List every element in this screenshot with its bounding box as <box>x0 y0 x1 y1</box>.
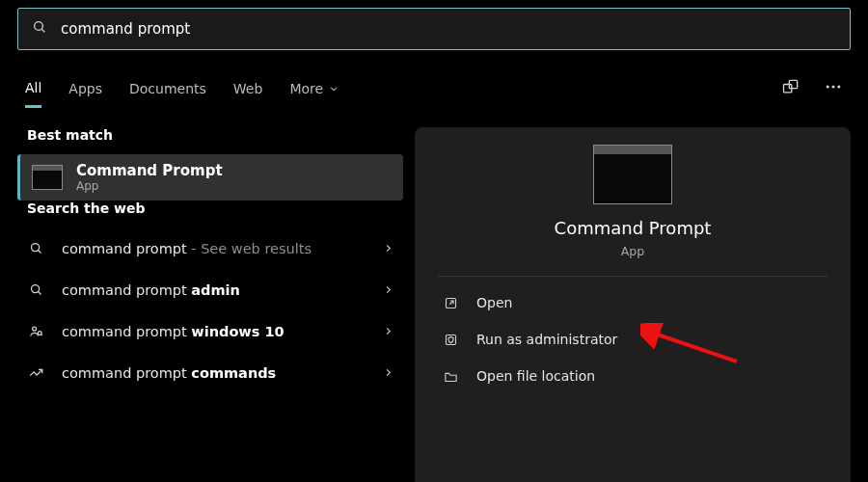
tab-more-label: More <box>289 81 323 96</box>
command-prompt-icon <box>593 145 672 204</box>
action-label: Open <box>476 295 512 310</box>
svg-line-13 <box>41 335 41 335</box>
action-open-file-location[interactable]: Open file location <box>438 358 827 394</box>
svg-point-11 <box>32 327 36 331</box>
search-web-heading: Search the web <box>27 201 403 216</box>
svg-line-10 <box>38 292 41 295</box>
web-suggestion[interactable]: command prompt admin <box>17 269 403 310</box>
share-icon[interactable] <box>781 77 800 110</box>
folder-icon <box>442 369 459 384</box>
web-suggestion[interactable]: command prompt - See web results <box>17 228 403 269</box>
trending-icon <box>27 365 44 380</box>
search-icon <box>27 282 44 297</box>
action-label: Run as administrator <box>476 332 617 347</box>
action-run-as-administrator[interactable]: Run as administrator <box>438 321 827 358</box>
chevron-right-icon <box>383 281 393 299</box>
shield-icon <box>442 333 459 347</box>
svg-line-1 <box>41 29 44 32</box>
best-match-title: Command Prompt <box>76 162 223 179</box>
search-input[interactable] <box>61 20 836 38</box>
tab-more[interactable]: More <box>289 81 339 106</box>
open-icon <box>442 296 459 310</box>
tab-web[interactable]: Web <box>233 81 263 106</box>
chevron-right-icon <box>383 322 393 340</box>
filter-tabs: All Apps Documents Web More <box>17 77 851 110</box>
command-prompt-icon <box>32 165 63 190</box>
search-icon <box>32 19 47 39</box>
svg-point-7 <box>31 244 39 252</box>
more-options-icon[interactable] <box>824 77 843 110</box>
preview-panel: Command Prompt App Open Run as administr… <box>415 127 851 482</box>
svg-line-8 <box>38 251 41 254</box>
web-suggestion-label: command prompt admin <box>62 282 366 298</box>
web-suggestion-label: command prompt - See web results <box>62 241 366 256</box>
tab-apps[interactable]: Apps <box>68 81 102 106</box>
svg-point-6 <box>837 86 840 89</box>
svg-point-5 <box>832 86 835 89</box>
best-match-subtitle: App <box>76 179 223 193</box>
chevron-right-icon <box>383 363 393 382</box>
preview-subtitle: App <box>621 244 644 258</box>
svg-point-0 <box>35 22 43 31</box>
tab-documents[interactable]: Documents <box>129 81 206 106</box>
action-open[interactable]: Open <box>438 284 827 321</box>
web-suggestion[interactable]: command prompt windows 10 <box>17 310 403 352</box>
chevron-right-icon <box>383 239 393 257</box>
search-bar[interactable] <box>17 8 851 50</box>
chevron-down-icon <box>329 81 339 96</box>
search-icon <box>27 241 44 255</box>
action-label: Open file location <box>476 368 595 384</box>
web-suggestion-label: command prompt windows 10 <box>62 324 366 339</box>
tab-all[interactable]: All <box>25 80 41 108</box>
web-suggestion[interactable]: command prompt commands <box>17 352 403 393</box>
svg-point-4 <box>827 86 829 89</box>
person-search-icon <box>27 324 44 338</box>
results-column: Best match Command Prompt App Search the… <box>17 127 403 482</box>
preview-title: Command Prompt <box>555 218 712 238</box>
web-suggestion-label: command prompt commands <box>62 365 366 381</box>
best-match-result[interactable]: Command Prompt App <box>17 154 403 201</box>
svg-point-9 <box>31 285 39 293</box>
best-match-heading: Best match <box>27 127 403 143</box>
